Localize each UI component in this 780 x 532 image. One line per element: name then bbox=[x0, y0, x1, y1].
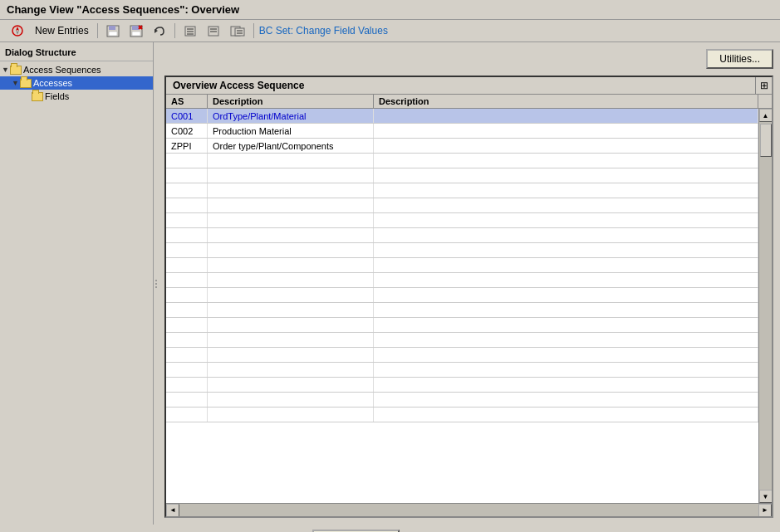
svg-rect-5 bbox=[109, 32, 117, 36]
table-cell-empty bbox=[208, 363, 374, 377]
dialog-structure-panel: Dialog Structure ▼ Access Sequences ▼ Ac… bbox=[0, 42, 154, 525]
table-cell-empty bbox=[166, 363, 208, 377]
table-cell-empty bbox=[208, 168, 374, 183]
table-cell-empty bbox=[374, 228, 758, 242]
table-row-empty[interactable] bbox=[166, 183, 758, 198]
table-row-empty[interactable] bbox=[166, 258, 758, 273]
scroll-thumb[interactable] bbox=[760, 124, 772, 157]
tree-label-access-sequences: Access Sequences bbox=[23, 65, 101, 75]
table-cell-empty bbox=[208, 348, 374, 362]
table-row-empty[interactable] bbox=[166, 273, 758, 288]
hscroll-right-btn[interactable]: ► bbox=[758, 504, 772, 517]
toolbar-separator-2 bbox=[174, 23, 175, 38]
table-cell-empty bbox=[166, 154, 208, 168]
tree-arrow-accesses: ▼ bbox=[12, 79, 20, 87]
table-row-empty[interactable] bbox=[166, 228, 758, 243]
tree-item-accesses[interactable]: ▼ Accesses bbox=[0, 76, 153, 90]
scroll-up-btn[interactable]: ▲ bbox=[759, 109, 773, 122]
table-cell-empty bbox=[166, 378, 208, 392]
resize-dots bbox=[155, 280, 157, 288]
tree-item-fields[interactable]: ▶ Fields bbox=[0, 90, 153, 103]
table-row-empty[interactable] bbox=[166, 348, 758, 363]
column-headers: AS Description Description bbox=[166, 95, 772, 109]
table-cell-empty bbox=[374, 318, 758, 332]
table-cell-empty bbox=[166, 228, 208, 242]
save-discard-btn[interactable] bbox=[126, 23, 146, 39]
utilities-button[interactable]: Utilities... bbox=[706, 49, 773, 69]
icon-btn-4[interactable] bbox=[204, 23, 223, 39]
table-cell-empty bbox=[166, 198, 208, 212]
table-cell-empty bbox=[374, 243, 758, 257]
table-container: Overview Access Sequence ⊞ AS Descriptio… bbox=[164, 76, 773, 518]
table-row-empty[interactable] bbox=[166, 303, 758, 318]
scroll-track[interactable] bbox=[759, 122, 773, 490]
hscroll-left-btn[interactable]: ◄ bbox=[166, 504, 179, 517]
table-row-empty[interactable] bbox=[166, 213, 758, 228]
table-row-empty[interactable] bbox=[166, 363, 758, 378]
content-area: Utilities... Overview Access Sequence ⊞ … bbox=[158, 42, 780, 525]
table-body: C001OrdType/Plant/MaterialC002Production… bbox=[166, 109, 772, 503]
bottom-bar: Position... Entry 1 of 3 bbox=[0, 525, 780, 532]
table-cell-empty bbox=[374, 288, 758, 302]
table-cell-empty bbox=[374, 273, 758, 287]
table-row-empty[interactable] bbox=[166, 408, 758, 422]
dialog-structure-title: Dialog Structure bbox=[0, 46, 153, 61]
table-overview-title: Overview Access Sequence bbox=[166, 77, 755, 94]
table-cell-empty bbox=[208, 333, 374, 347]
table-cell-description: Production Material bbox=[208, 124, 374, 138]
table-cell-empty bbox=[374, 258, 758, 272]
table-row[interactable]: C001OrdType/Plant/Material bbox=[166, 109, 758, 124]
save-btn[interactable] bbox=[103, 23, 123, 39]
bottom-scrollbar[interactable]: ◄ ► bbox=[166, 503, 772, 516]
col-header-as: AS bbox=[166, 95, 208, 108]
table-scrollbar[interactable]: ▲ ▼ bbox=[758, 109, 772, 503]
table-cell-empty bbox=[208, 273, 374, 287]
table-row-empty[interactable] bbox=[166, 318, 758, 333]
table-row-empty[interactable] bbox=[166, 393, 758, 408]
table-cell-description2 bbox=[374, 109, 758, 123]
table-row-empty[interactable] bbox=[166, 198, 758, 213]
table-row-empty[interactable] bbox=[166, 378, 758, 393]
table-cell-empty bbox=[374, 303, 758, 317]
folder-icon-accesses bbox=[20, 77, 32, 89]
table-cell-description2 bbox=[374, 124, 758, 138]
col-header-description: Description bbox=[208, 95, 374, 108]
table-cell-empty bbox=[166, 243, 208, 257]
table-cell-empty bbox=[208, 243, 374, 257]
sap-compass-btn[interactable] bbox=[7, 22, 28, 39]
table-cell-empty bbox=[208, 258, 374, 272]
table-cell-empty bbox=[166, 408, 208, 422]
tree-item-access-sequences[interactable]: ▼ Access Sequences bbox=[0, 63, 153, 76]
toolbar-separator-3 bbox=[253, 23, 254, 38]
table-cell-empty bbox=[166, 333, 208, 347]
icon-btn-3[interactable] bbox=[180, 23, 200, 39]
table-cell-empty bbox=[166, 273, 208, 287]
svg-marker-2 bbox=[16, 31, 19, 35]
table-row-empty[interactable] bbox=[166, 333, 758, 348]
folder-icon-access-sequences bbox=[10, 64, 22, 76]
table-row-empty[interactable] bbox=[166, 168, 758, 183]
icon-btn-5[interactable] bbox=[227, 23, 248, 39]
table-row[interactable]: C002Production Material bbox=[166, 124, 758, 139]
title-bar: Change View "Access Sequences": Overview bbox=[0, 0, 780, 20]
table-row-empty[interactable] bbox=[166, 288, 758, 303]
table-cell-as: C002 bbox=[166, 124, 208, 138]
hscroll-track[interactable] bbox=[179, 504, 758, 517]
table-cell-empty bbox=[166, 393, 208, 407]
table-cell-empty bbox=[374, 213, 758, 227]
scroll-down-btn[interactable]: ▼ bbox=[759, 490, 773, 503]
bc-set-label: BC Set: Change Field Values bbox=[259, 25, 388, 37]
table-grid-btn[interactable]: ⊞ bbox=[755, 77, 772, 94]
undo-btn[interactable] bbox=[150, 23, 169, 39]
table-cell-empty bbox=[166, 288, 208, 302]
table-cell-empty bbox=[208, 393, 374, 407]
table-cell-empty bbox=[208, 198, 374, 212]
table-row[interactable]: ZPPIOrder type/Plant/Components bbox=[166, 139, 758, 154]
svg-rect-4 bbox=[109, 26, 115, 30]
table-cell-as: C001 bbox=[166, 109, 208, 123]
table-row-empty[interactable] bbox=[166, 243, 758, 258]
table-cell-empty bbox=[374, 154, 758, 168]
table-cell-empty bbox=[166, 168, 208, 183]
table-row-empty[interactable] bbox=[166, 154, 758, 168]
table-cell-empty bbox=[374, 363, 758, 377]
